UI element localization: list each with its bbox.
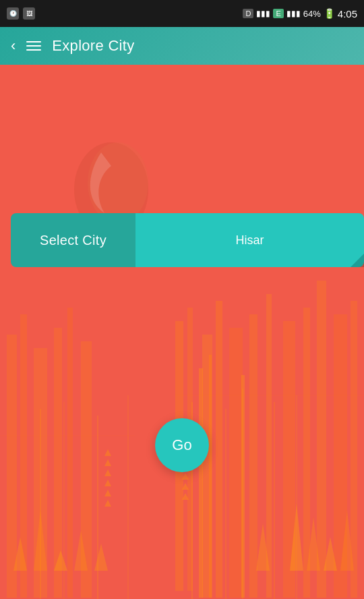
select-city-button[interactable]: Select City xyxy=(11,213,135,267)
svg-marker-23 xyxy=(340,510,354,571)
svg-rect-30 xyxy=(199,368,203,598)
svg-rect-8 xyxy=(266,294,272,598)
svg-rect-9 xyxy=(283,321,295,598)
status-bar: 🕐 🖼 D ▮▮▮ E ▮▮▮ 64% 🔋 4:05 xyxy=(0,0,364,27)
svg-point-1 xyxy=(88,142,148,223)
city-skyline-bg xyxy=(0,65,364,599)
menu-button[interactable] xyxy=(26,41,41,51)
svg-rect-11 xyxy=(317,281,326,598)
svg-marker-45 xyxy=(182,473,189,480)
signal-bars-2: ▮▮▮ xyxy=(286,9,301,18)
svg-marker-47 xyxy=(182,493,189,500)
signal-bars-1: ▮▮▮ xyxy=(256,9,270,18)
svg-rect-4 xyxy=(202,335,212,598)
menu-line-1 xyxy=(26,41,41,42)
svg-rect-15 xyxy=(20,314,27,598)
image-icon: 🖼 xyxy=(23,7,35,20)
svg-rect-31 xyxy=(209,355,212,598)
svg-marker-48 xyxy=(104,449,111,456)
svg-rect-18 xyxy=(67,308,73,598)
svg-marker-51 xyxy=(104,480,111,486)
main-content: Select City Hisar Go xyxy=(0,65,364,599)
svg-rect-19 xyxy=(81,341,92,598)
go-button[interactable]: Go xyxy=(155,418,209,472)
app-bar: ‹ Explore City xyxy=(0,27,364,65)
clock-icon: 🕐 xyxy=(7,7,19,20)
svg-marker-49 xyxy=(104,459,111,466)
svg-marker-20 xyxy=(290,503,303,571)
svg-marker-28 xyxy=(74,530,88,571)
svg-marker-21 xyxy=(307,517,320,571)
svg-marker-50 xyxy=(104,469,111,476)
svg-marker-27 xyxy=(54,550,67,571)
sim2-indicator: E xyxy=(273,9,283,18)
svg-marker-52 xyxy=(104,490,111,496)
menu-line-2 xyxy=(26,45,41,47)
back-button[interactable]: ‹ xyxy=(11,37,16,55)
svg-marker-24 xyxy=(256,523,270,571)
svg-marker-29 xyxy=(94,544,108,571)
battery-icon: 🔋 xyxy=(324,8,335,19)
svg-rect-13 xyxy=(351,301,357,598)
svg-marker-25 xyxy=(13,537,27,571)
clock-time: 4:05 xyxy=(338,8,357,20)
select-city-row: Select City Hisar xyxy=(11,213,364,267)
app-title: Explore City xyxy=(52,37,134,55)
svg-rect-12 xyxy=(334,314,347,598)
svg-marker-22 xyxy=(324,537,337,571)
sim1-indicator: D xyxy=(243,9,253,18)
svg-marker-26 xyxy=(34,510,47,571)
svg-rect-5 xyxy=(216,301,222,598)
city-value-display[interactable]: Hisar xyxy=(135,213,364,267)
svg-rect-7 xyxy=(249,314,257,598)
svg-marker-46 xyxy=(182,483,189,490)
status-right-icons: D ▮▮▮ E ▮▮▮ 64% 🔋 4:05 xyxy=(243,8,357,20)
menu-line-3 xyxy=(26,49,41,51)
svg-marker-53 xyxy=(104,500,111,507)
status-left-icons: 🕐 🖼 xyxy=(7,7,35,20)
svg-rect-14 xyxy=(7,335,17,598)
svg-rect-32 xyxy=(241,375,245,598)
svg-rect-10 xyxy=(303,308,310,598)
svg-rect-17 xyxy=(54,328,62,598)
svg-rect-16 xyxy=(34,348,47,598)
battery-percent: 64% xyxy=(303,9,321,19)
svg-rect-6 xyxy=(229,328,243,598)
